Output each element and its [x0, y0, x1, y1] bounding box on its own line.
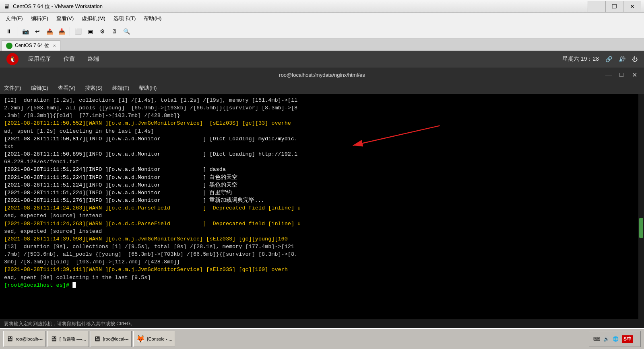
terminal-title: roo@localhost:/mydata/nginx/html/es [279, 72, 365, 78]
terminal-controls: — □ ✕ [602, 69, 641, 80]
taskbar: 🖥 roo@localh--- 🖥 [ 首选项 —-... 🖥 [roo@loc… [0, 328, 644, 349]
pause-button[interactable]: ⏸ [3, 26, 14, 37]
terminal-output: [12] duration [1.2s], collections [1] /[… [4, 96, 634, 289]
gnome-power-icon[interactable]: ⏻ [632, 56, 638, 62]
gnome-logo: 🐧 [6, 53, 19, 65]
terminal-line: ad, spent [1.2s] collecting in the last … [4, 127, 634, 135]
terminal-line: [13] duration [9s], collections [1] /[9.… [4, 243, 634, 250]
terminal-line: 68.228.128/es/fenci.txt [4, 158, 634, 166]
main-container: 🖥 CentOS 7 64 位 - VMware Workstation — ❐… [0, 0, 644, 349]
vm-tab-close[interactable]: × [53, 43, 56, 49]
terminal-line: 3mb] /[8.3mb]}{[old] [103.7mb]->[112.7mb… [4, 258, 634, 266]
menu-edit[interactable]: 编辑(E) [27, 14, 52, 23]
close-button[interactable]: ✕ [623, 1, 641, 12]
taskbar-prefs-icon: 🖥 [50, 335, 57, 343]
revert-button[interactable]: ↩ [32, 26, 43, 37]
terminal-menubar: 文件(F) 编辑(E) 查看(V) 搜索(S) 终端(T) 帮助(H) [0, 82, 644, 94]
term-menu-help[interactable]: 帮助(H) [139, 84, 157, 92]
menu-file[interactable]: 文件(F) [2, 14, 27, 23]
taskbar-item-terminal2[interactable]: 🖥 [roo@local--- [91, 331, 132, 347]
gnome-clock: 星期六 19：28 [562, 55, 599, 63]
terminal-line: [2021-08-28T11:11:51,224][INFO ][o.w.a.d… [4, 189, 634, 197]
vm-tab-centos[interactable]: CentOS 7 64 位 × [2, 40, 60, 51]
terminal-line: [2021-08-28T11:11:50,552][WARN ][o.e.m.j… [4, 119, 634, 127]
term-menu-view[interactable]: 查看(V) [58, 84, 75, 92]
settings-button[interactable]: ⚙ [97, 26, 108, 37]
terminal-line: [2021-08-28T11:14:24,263][WARN ][o.e.d.c… [4, 204, 634, 212]
taskbar-terminal2-icon: 🖥 [93, 335, 101, 343]
terminal-line: [2021-08-28T11:14:39,098][WARN ][o.e.m.j… [4, 235, 634, 243]
taskbar-item-console[interactable]: 🦊 [Console - ... [133, 331, 175, 347]
terminal-line: [2021-08-28T11:11:50,817][INFO ][o.w.a.d… [4, 135, 634, 143]
terminal-line: txt [4, 143, 634, 150]
menu-tab[interactable]: 选项卡(T) [109, 14, 140, 23]
tray-input-icon: ⌨ [593, 336, 600, 342]
terminal-line: .7mb] /[503.6mb], all_pools {[young] [65… [4, 250, 634, 258]
term-menu-file[interactable]: 文件(F) [4, 84, 21, 92]
terminal-line: [2021-08-28T11:14:39,111][WARN ][o.e.m.j… [4, 266, 634, 273]
taskbar-tray: ⌨ 🔊 🌐 S中 [589, 331, 641, 347]
term-menu-search[interactable]: 搜索(S) [85, 84, 102, 92]
share-button[interactable]: 📤 [44, 26, 55, 37]
display-button[interactable]: 🖥 [109, 26, 120, 37]
terminal-line: ead, spent [9s] collecting in the last [… [4, 274, 634, 281]
terminal-line: [2021-08-28T11:11:51,224][INFO ][o.w.a.d… [4, 166, 634, 173]
terminal-line: sed, expected [source] instead [4, 212, 634, 220]
terminal-line: 2.2mb] /[503.6mb], all_pools {[young] [6… [4, 104, 634, 112]
terminal-line: [2021-08-28T11:11:50,895][INFO ][o.w.a.d… [4, 150, 634, 158]
tray-network-icon: 🌐 [613, 336, 619, 342]
gnome-right-area: 星期六 19：28 🔗 🔊 ⏻ [562, 55, 638, 63]
terminal-text-area[interactable]: [12] duration [1.2s], collections [1] /[… [0, 94, 638, 319]
taskbar-terminal1-label: roo@localh--- [16, 337, 43, 341]
gnome-volume-icon: 🔊 [619, 56, 625, 62]
vmware-titlebar: 🖥 CentOS 7 64 位 - VMware Workstation — ❐… [0, 0, 644, 13]
snapshot-button[interactable]: 📷 [20, 26, 31, 37]
gnome-app-button[interactable]: 应用程序 [25, 54, 54, 64]
taskbar-terminal1-icon: 🖥 [6, 335, 13, 343]
vm-tab-label: CentOS 7 64 位 [15, 42, 49, 49]
unity-button[interactable]: ▣ [85, 26, 96, 37]
terminal-minimize[interactable]: — [602, 69, 615, 80]
fullscreen-button[interactable]: ⬜ [72, 26, 84, 37]
menu-help[interactable]: 帮助(H) [140, 14, 165, 23]
menu-view[interactable]: 查看(V) [52, 14, 78, 23]
status-bar: 要将输入定向到虚拟机，请将鼠标指针移入其中或按 Ctrl+G。 [0, 319, 644, 328]
term-menu-terminal[interactable]: 终端(T) [112, 84, 130, 92]
terminal-scrollbar[interactable] [638, 94, 644, 319]
taskbar-item-terminal1[interactable]: 🖥 roo@localh--- [3, 331, 45, 347]
minimize-button[interactable]: — [588, 1, 605, 12]
gnome-network-icon: 🔗 [605, 56, 612, 62]
terminal-line: .3mb] /[8.3mb]}{[old] [77.1mb]->[103.7mb… [4, 112, 634, 119]
window-controls: — ❐ ✕ [588, 1, 641, 12]
download-button[interactable]: 📥 [56, 26, 67, 37]
toolbar-separator-1 [17, 27, 17, 36]
gnome-terminal-button[interactable]: 终端 [85, 54, 102, 64]
vmware-window-title: CentOS 7 64 位 - VMware Workstation [13, 3, 584, 10]
terminal-line: [root@localhost es]# █ [4, 281, 634, 289]
vmware-menubar: 文件(F) 编辑(E) 查看(V) 虚拟机(M) 选项卡(T) 帮助(H) [0, 13, 644, 24]
gnome-location-button[interactable]: 位置 [60, 54, 78, 64]
term-menu-edit[interactable]: 编辑(E) [31, 84, 48, 92]
vmware-icon: 🖥 [3, 3, 10, 10]
taskbar-console-icon: 🦊 [136, 335, 145, 343]
restore-button[interactable]: ❐ [605, 1, 623, 12]
vm-tab-dot [6, 43, 12, 49]
terminal-maximize[interactable]: □ [615, 69, 628, 80]
terminal-close[interactable]: ✕ [628, 69, 641, 80]
terminal-line: [2021-08-28T11:11:51,276][INFO ][o.w.a.d… [4, 197, 634, 204]
status-text: 要将输入定向到虚拟机，请将鼠标指针移入其中或按 Ctrl+G。 [4, 320, 135, 327]
terminal-line: [2021-08-28T11:11:51,224][INFO ][o.w.a.d… [4, 174, 634, 181]
vm-tabs: CentOS 7 64 位 × [0, 39, 644, 51]
tray-ime-icon: S中 [622, 335, 633, 343]
gnome-topbar: 🐧 应用程序 位置 终端 星期六 19：28 🔗 🔊 ⏻ [0, 51, 644, 68]
taskbar-item-preferences[interactable]: 🖥 [ 首选项 —-... [47, 331, 89, 347]
zoom-button[interactable]: 🔍 [121, 26, 132, 37]
taskbar-console-label: [Console - ... [147, 337, 172, 341]
taskbar-prefs-label: [ 首选项 —-... [60, 336, 86, 342]
terminal-scrollbar-thumb [639, 218, 643, 238]
terminal-line: [12] duration [1.2s], collections [1] /[… [4, 96, 634, 104]
terminal-line: [2021-08-28T11:14:24,263][WARN ][o.e.d.c… [4, 220, 634, 228]
terminal-titlebar: roo@localhost:/mydata/nginx/html/es — □ … [0, 68, 644, 82]
menu-vm[interactable]: 虚拟机(M) [78, 14, 109, 23]
tray-speaker-icon: 🔊 [603, 336, 609, 342]
